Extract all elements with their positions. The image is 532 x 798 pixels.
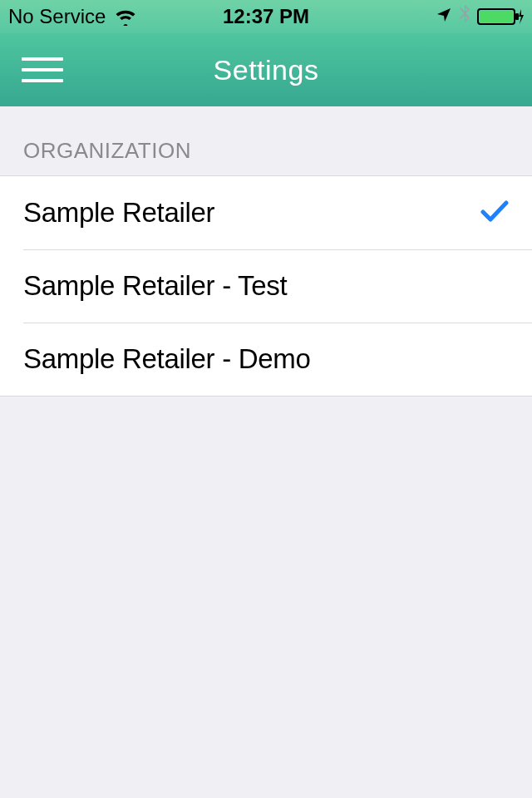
checkmark-icon — [480, 200, 509, 226]
status-right — [436, 4, 524, 29]
svg-rect-2 — [515, 13, 519, 20]
status-time: 12:37 PM — [223, 5, 309, 28]
status-bar: No Service 12:37 PM — [0, 0, 532, 33]
list-item[interactable]: Sample Retailer - Demo — [0, 323, 532, 396]
hamburger-icon — [22, 57, 63, 61]
item-label: Sample Retailer - Test — [23, 270, 287, 302]
nav-bar: Settings — [0, 33, 532, 106]
page-title: Settings — [0, 54, 532, 86]
bluetooth-icon — [459, 4, 470, 29]
list-item[interactable]: Sample Retailer - Test — [0, 249, 532, 323]
list-item[interactable]: Sample Retailer — [0, 176, 532, 249]
carrier-text: No Service — [8, 5, 106, 28]
section-header-organization: ORGANIZATION — [0, 106, 532, 175]
item-label: Sample Retailer — [23, 197, 214, 229]
battery-icon — [477, 7, 524, 27]
location-icon — [436, 5, 452, 28]
organization-list: Sample Retailer Sample Retailer - Test S… — [0, 175, 532, 397]
menu-button[interactable] — [22, 57, 63, 82]
status-left: No Service — [8, 5, 137, 28]
svg-rect-1 — [480, 11, 513, 22]
item-label: Sample Retailer - Demo — [23, 343, 311, 375]
wifi-icon — [114, 7, 137, 26]
